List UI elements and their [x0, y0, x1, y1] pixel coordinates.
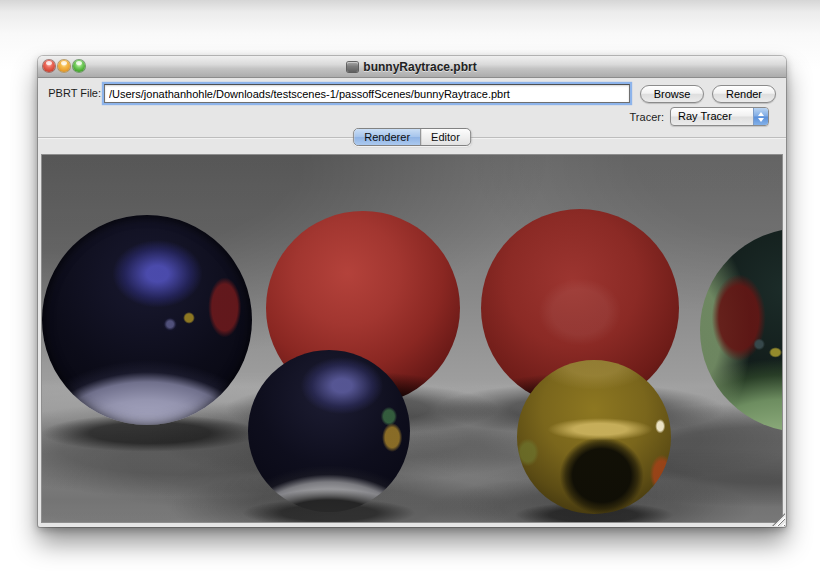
render-frame	[41, 154, 783, 523]
sphere-amber-glass	[517, 360, 671, 514]
tracer-label: Tracer:	[630, 111, 664, 123]
pbrt-file-label: PBRT File:	[45, 87, 101, 99]
browse-button[interactable]: Browse	[640, 85, 704, 103]
app-window: bunnyRaytrace.pbrt PBRT File: Browse Ren…	[38, 56, 786, 527]
minimize-button[interactable]	[58, 60, 70, 72]
window-title: bunnyRaytrace.pbrt	[363, 60, 476, 74]
close-button[interactable]	[43, 60, 55, 72]
sphere-blue-violet	[42, 215, 252, 425]
desktop-background: bunnyRaytrace.pbrt PBRT File: Browse Ren…	[0, 0, 820, 579]
window-title-group: bunnyRaytrace.pbrt	[347, 60, 476, 74]
document-icon	[347, 62, 358, 72]
sphere-chrome	[248, 350, 410, 512]
pbrt-file-input[interactable]	[104, 84, 630, 103]
window-controls	[43, 60, 85, 72]
window-titlebar[interactable]: bunnyRaytrace.pbrt	[38, 56, 786, 78]
window-content: PBRT File: Browse Render Tracer: Ray Tra…	[38, 78, 786, 527]
render-button[interactable]: Render	[712, 85, 776, 103]
tab-editor[interactable]: Editor	[421, 129, 470, 145]
arrow-up-icon	[758, 112, 764, 116]
zoom-button[interactable]	[73, 60, 85, 72]
tab-renderer[interactable]: Renderer	[354, 129, 421, 145]
file-row: PBRT File: Browse Render	[38, 84, 786, 103]
render-viewport	[42, 155, 782, 522]
tracer-popup-value: Ray Tracer	[671, 108, 753, 125]
tracer-popup[interactable]: Ray Tracer	[670, 107, 769, 126]
view-tabs: Renderer Editor	[353, 128, 471, 146]
popup-stepper-icon	[753, 108, 768, 125]
arrow-down-icon	[758, 118, 764, 122]
tracer-row: Tracer: Ray Tracer	[630, 107, 769, 126]
